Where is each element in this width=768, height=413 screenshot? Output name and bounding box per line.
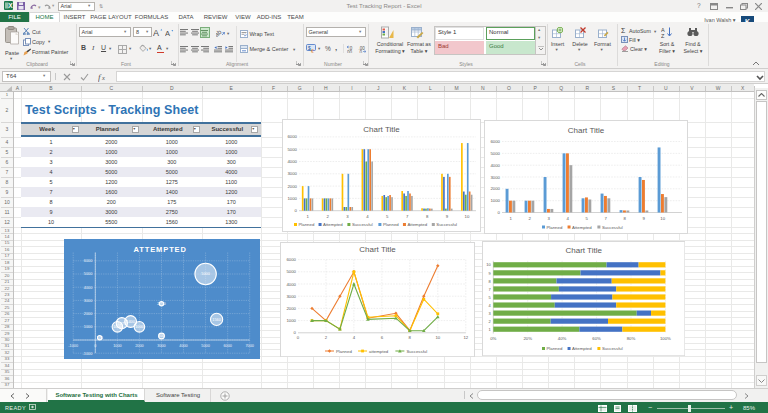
svg-text:Chart Title: Chart Title bbox=[565, 246, 602, 255]
svg-text:▾: ▾ bbox=[38, 4, 41, 10]
svg-text:Attempted: Attempted bbox=[572, 346, 592, 351]
svg-text:300: 300 bbox=[158, 334, 164, 338]
svg-text:40%: 40% bbox=[558, 336, 567, 341]
svg-text:6000: 6000 bbox=[84, 259, 92, 263]
svg-text:Chart Title: Chart Title bbox=[359, 245, 396, 254]
svg-text:6000: 6000 bbox=[287, 134, 297, 139]
svg-text:x: x bbox=[101, 74, 105, 81]
svg-text:175: 175 bbox=[96, 336, 102, 340]
svg-text:6000: 6000 bbox=[490, 139, 500, 144]
svg-text:Chart Title: Chart Title bbox=[568, 126, 605, 135]
svg-text:5000: 5000 bbox=[490, 150, 500, 155]
svg-text:attempted: attempted bbox=[369, 348, 389, 353]
svg-text:1560: 1560 bbox=[212, 318, 220, 322]
svg-text:Planned: Planned bbox=[547, 224, 563, 229]
svg-text:5000: 5000 bbox=[201, 344, 209, 348]
svg-text:Attempted: Attempted bbox=[407, 222, 427, 227]
svg-text:1000: 1000 bbox=[135, 325, 143, 329]
svg-text:3000: 3000 bbox=[157, 344, 165, 348]
svg-text:Successful: Successful bbox=[602, 346, 623, 351]
svg-text:Planned: Planned bbox=[383, 222, 399, 227]
svg-text:ab: ab bbox=[216, 29, 223, 37]
svg-text:00: 00 bbox=[347, 49, 353, 53]
svg-text:12: 12 bbox=[463, 335, 468, 340]
svg-text:-1000: -1000 bbox=[82, 352, 92, 356]
svg-text:Z: Z bbox=[661, 33, 665, 39]
svg-text:-1000: -1000 bbox=[68, 344, 78, 348]
svg-text:10: 10 bbox=[660, 215, 665, 220]
svg-text:10: 10 bbox=[465, 214, 470, 219]
svg-text:5000: 5000 bbox=[84, 272, 92, 276]
svg-text:Attempted: Attempted bbox=[323, 222, 343, 227]
svg-text:A: A bbox=[153, 28, 159, 37]
svg-text:1000: 1000 bbox=[84, 325, 92, 329]
svg-text:Planned: Planned bbox=[336, 348, 352, 353]
svg-text:1000: 1000 bbox=[113, 325, 121, 329]
svg-text:A: A bbox=[165, 29, 170, 37]
svg-text:Successful: Successful bbox=[406, 348, 427, 353]
svg-text:1000: 1000 bbox=[490, 198, 500, 203]
svg-text:100%: 100% bbox=[660, 336, 671, 341]
svg-text:5000: 5000 bbox=[201, 272, 209, 276]
svg-text:6000: 6000 bbox=[286, 257, 296, 262]
svg-text:4000: 4000 bbox=[179, 344, 187, 348]
svg-text:6000: 6000 bbox=[223, 344, 231, 348]
svg-text:X: X bbox=[8, 2, 13, 9]
svg-text:3000: 3000 bbox=[287, 171, 297, 176]
svg-text:10: 10 bbox=[486, 262, 491, 267]
svg-text:2000: 2000 bbox=[287, 184, 297, 189]
svg-text:4000: 4000 bbox=[84, 286, 92, 290]
svg-text:Attempted: Attempted bbox=[572, 224, 592, 229]
svg-text:5000: 5000 bbox=[287, 147, 297, 152]
svg-text:2000: 2000 bbox=[286, 306, 296, 311]
svg-text:Planned: Planned bbox=[299, 222, 315, 227]
svg-text:1000: 1000 bbox=[286, 318, 296, 323]
svg-text:2750: 2750 bbox=[157, 302, 165, 306]
svg-text:3000: 3000 bbox=[490, 174, 500, 179]
svg-text:ATTEMPTED: ATTEMPTED bbox=[133, 245, 186, 254]
svg-text:Planned: Planned bbox=[547, 346, 563, 351]
svg-text:3000: 3000 bbox=[84, 299, 92, 303]
svg-text:7000: 7000 bbox=[245, 344, 253, 348]
svg-text:Successful: Successful bbox=[602, 224, 623, 229]
svg-text:2000: 2000 bbox=[84, 312, 92, 316]
svg-text:1000: 1000 bbox=[287, 196, 297, 201]
svg-text:1400: 1400 bbox=[126, 320, 134, 324]
svg-text:Successful: Successful bbox=[436, 222, 457, 227]
svg-text:3000: 3000 bbox=[286, 293, 296, 298]
svg-text:4000: 4000 bbox=[287, 159, 297, 164]
svg-text:€: € bbox=[311, 48, 314, 54]
svg-text:20%: 20% bbox=[523, 336, 532, 341]
svg-text:10: 10 bbox=[435, 335, 440, 340]
svg-text:4000: 4000 bbox=[490, 162, 500, 167]
svg-text:0%: 0% bbox=[490, 336, 496, 341]
svg-text:4000: 4000 bbox=[286, 281, 296, 286]
svg-text:2000: 2000 bbox=[135, 344, 143, 348]
svg-text:1000: 1000 bbox=[113, 344, 121, 348]
svg-text:60%: 60% bbox=[592, 336, 601, 341]
svg-text:80%: 80% bbox=[627, 336, 636, 341]
svg-text:Successful: Successful bbox=[352, 222, 373, 227]
svg-text:Chart Title: Chart Title bbox=[363, 125, 400, 134]
svg-text:5000: 5000 bbox=[286, 269, 296, 274]
svg-text:2000: 2000 bbox=[490, 186, 500, 191]
